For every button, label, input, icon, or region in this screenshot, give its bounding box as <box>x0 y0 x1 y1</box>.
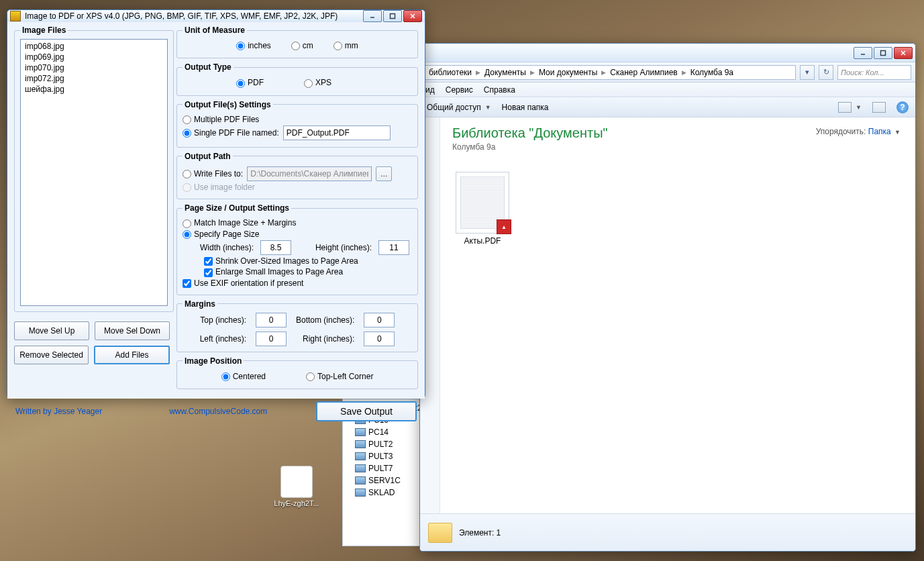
breadcrumb-dropdown-button[interactable]: ▾ <box>800 65 815 80</box>
margin-top-label: Top (inches): <box>200 315 246 325</box>
margin-left-input[interactable] <box>256 332 287 346</box>
breadcrumb-segment[interactable]: Мои документы <box>535 68 601 77</box>
unit-of-measure-group: Unit of Measure inches cm mm <box>176 26 418 58</box>
computer-icon <box>355 452 366 460</box>
pdf-badge-icon: ▲ <box>497 219 511 234</box>
refresh-button[interactable]: ↻ <box>819 65 833 80</box>
unit-mm-radio[interactable]: mm <box>333 41 358 50</box>
explorer-window: библиотеки▶ Документы▶ Мои документы▶ Ск… <box>419 43 916 552</box>
match-image-size-radio[interactable]: Match Image Size + Margins <box>183 218 296 227</box>
menu-item[interactable]: ид <box>425 85 435 95</box>
chevron-right-icon: ▶ <box>682 69 686 76</box>
computer-icon <box>355 440 366 448</box>
enlarge-checkbox[interactable]: Enlarge Small Images to Page Area <box>204 267 343 276</box>
list-item[interactable]: шейфа.jpg <box>22 84 166 95</box>
view-icon <box>838 102 852 113</box>
chevron-right-icon: ▶ <box>601 69 606 76</box>
image-to-pdf-window: Image to PDF or XPS v4.0 (JPG, PNG, BMP,… <box>7 9 425 399</box>
arrange-by: Упорядочить: Папка ▼ <box>816 127 901 136</box>
output-pdf-radio[interactable]: PDF <box>236 78 264 87</box>
image-file-list[interactable]: imp068.jpg imp069.jpg imp070.jpg imp072.… <box>20 39 168 306</box>
margin-bottom-label: Bottom (inches): <box>296 315 354 325</box>
height-label: Height (inches): <box>311 243 372 252</box>
svg-rect-1 <box>881 50 886 55</box>
output-path-input[interactable] <box>247 166 372 181</box>
desktop-icon-lhy[interactable]: LhyE-zgh2T... <box>272 466 321 507</box>
titlebar <box>420 44 915 62</box>
breadcrumb-segment[interactable]: библиотеки <box>425 68 476 77</box>
computer-icon <box>355 464 366 472</box>
computer-icon <box>355 428 366 436</box>
status-bar: Элемент: 1 <box>420 513 915 551</box>
output-type-group: Output Type PDF XPS <box>176 62 418 95</box>
menubar: ид Сервис Справка <box>420 83 915 97</box>
margin-right-input[interactable] <box>364 332 395 346</box>
list-item[interactable]: imp069.jpg <box>22 52 166 62</box>
maximize-button[interactable] <box>874 47 892 59</box>
status-text: Элемент: 1 <box>459 528 501 538</box>
list-item[interactable]: imp072.jpg <box>22 73 166 84</box>
use-image-folder-radio[interactable]: Use image folder <box>183 183 255 192</box>
chevron-right-icon: ▶ <box>530 69 535 76</box>
breadcrumb-segment[interactable]: Документы <box>480 68 530 77</box>
save-output-button[interactable]: Save Output <box>316 401 417 421</box>
minimize-button[interactable] <box>854 47 872 59</box>
single-pdf-name-input[interactable] <box>283 125 391 140</box>
author-link[interactable]: Written by Jesse Yeager <box>15 407 102 416</box>
top-left-radio[interactable]: Top-Left Corner <box>306 372 373 381</box>
legend: Unit of Measure <box>183 26 247 35</box>
preview-pane-button[interactable] <box>872 102 886 113</box>
help-icon[interactable]: ? <box>896 101 909 113</box>
legend: Output Path <box>183 152 233 161</box>
remove-selected-button[interactable]: Remove Selected <box>14 346 89 364</box>
centered-radio[interactable]: Centered <box>221 372 266 381</box>
output-path-group: Output Path Write Files to: … Use image … <box>176 152 418 199</box>
new-folder-button[interactable]: Новая папка <box>502 103 549 112</box>
chevron-down-icon: ▼ <box>856 104 862 111</box>
write-files-to-radio[interactable]: Write Files to: <box>183 169 243 178</box>
margin-top-input[interactable] <box>256 313 287 327</box>
search-input[interactable]: Поиск: Кол... <box>837 65 911 80</box>
height-input[interactable] <box>378 240 409 255</box>
chevron-right-icon: ▶ <box>476 69 480 76</box>
library-subtitle: Колумба 9а <box>452 142 903 152</box>
use-exif-checkbox[interactable]: Use EXIF orientation if present <box>183 278 303 288</box>
minimize-button[interactable] <box>363 10 382 22</box>
arrange-value[interactable]: Папка ▼ <box>868 127 901 136</box>
website-link[interactable]: www.CompulsiveCode.com <box>169 407 267 416</box>
view-mode-button[interactable]: ▼ <box>838 102 862 113</box>
file-thumbnail: ▲ <box>456 172 509 234</box>
multiple-pdf-radio[interactable]: Multiple PDF Files <box>183 115 259 124</box>
breadcrumb[interactable]: библиотеки▶ Документы▶ Мои документы▶ Ск… <box>424 65 796 80</box>
specify-page-size-radio[interactable]: Specify Page Size <box>183 230 259 239</box>
margin-bottom-input[interactable] <box>364 313 395 327</box>
file-view[interactable]: Библиотека "Документы" Колумба 9а Упоряд… <box>440 117 915 513</box>
file-item[interactable]: ▲ Акты.PDF <box>452 172 513 246</box>
single-pdf-radio[interactable]: Single PDF File named: <box>183 128 279 138</box>
share-button[interactable]: Общий доступ▼ <box>427 103 491 112</box>
browse-button[interactable]: … <box>376 166 392 181</box>
unit-cm-radio[interactable]: cm <box>291 41 313 50</box>
breadcrumb-segment[interactable]: Сканер Алимпиев <box>606 68 681 77</box>
list-item[interactable]: imp068.jpg <box>22 41 166 52</box>
close-button[interactable] <box>894 47 913 59</box>
unit-inches-radio[interactable]: inches <box>236 41 271 50</box>
svg-rect-5 <box>391 14 395 19</box>
output-xps-radio[interactable]: XPS <box>304 78 331 87</box>
menu-item[interactable]: Сервис <box>446 85 473 95</box>
list-item[interactable]: imp070.jpg <box>22 62 166 73</box>
legend: Margins <box>183 299 217 309</box>
margins-group: Margins Top (inches): Bottom (inches): L… <box>176 299 418 352</box>
toolbar: Общий доступ▼ Новая папка ▼ ? <box>420 97 915 117</box>
move-down-button[interactable]: Move Sel Down <box>95 321 170 340</box>
shrink-checkbox[interactable]: Shrink Over-Sized Images to Page Area <box>204 256 358 266</box>
maximize-button[interactable] <box>383 10 402 22</box>
tree-label: PULT7 <box>368 464 393 473</box>
titlebar: Image to PDF or XPS v4.0 (JPG, PNG, BMP,… <box>7 10 425 22</box>
add-files-button[interactable]: Add Files <box>94 346 170 364</box>
close-button[interactable] <box>403 10 422 22</box>
width-input[interactable] <box>260 240 291 255</box>
menu-item[interactable]: Справка <box>484 85 515 95</box>
breadcrumb-segment[interactable]: Колумба 9а <box>686 68 737 77</box>
move-up-button[interactable]: Move Sel Up <box>14 321 89 340</box>
